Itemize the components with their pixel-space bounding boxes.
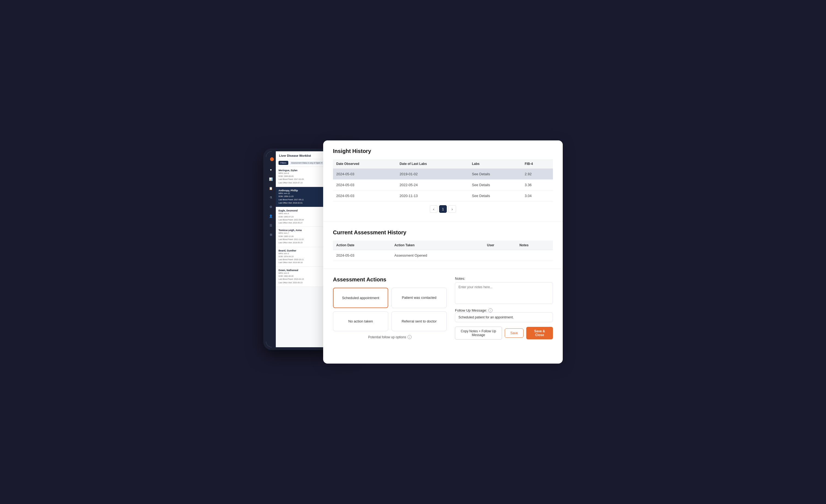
actions-right: Notes: Follow Up Message: i Scheduled pa…	[455, 276, 553, 339]
col-fib4: FIB-4	[521, 159, 553, 169]
action-buttons: Copy Notes + Follow Up Message Save Save…	[455, 327, 553, 339]
notes-label: Notes:	[455, 276, 553, 280]
sidebar-icon-heart[interactable]: ♥	[268, 167, 274, 173]
save-close-button[interactable]: Save & Close	[526, 327, 553, 339]
prev-page-button[interactable]: ‹	[430, 205, 437, 213]
col-date-observed: Date Observed	[333, 159, 396, 169]
cell-fib4: 2.92	[521, 169, 553, 180]
filter-button[interactable]: Filters	[279, 161, 288, 165]
follow-up-message-value: Scheduled patient for an appointment.	[455, 312, 553, 322]
main-panel: Insight History Date Observed Date of La…	[323, 140, 563, 364]
pagination: ‹ 1 ›	[333, 201, 553, 214]
notes-section: Notes:	[455, 276, 553, 305]
action-card-scheduled-label: Scheduled appointment	[342, 296, 379, 300]
follow-up-message-section: Follow Up Message: i Scheduled patient f…	[455, 308, 553, 322]
col-labs: Labs	[469, 159, 522, 169]
cell-labs: See Details	[469, 190, 522, 201]
action-card-referral[interactable]: Referral sent to doctor	[392, 311, 447, 331]
insight-history-table: Date Observed Date of Last Labs Labs FIB…	[333, 159, 553, 201]
page-1-button[interactable]: 1	[439, 205, 447, 213]
cell-date-observed: 2024-05-03	[333, 190, 396, 201]
col-action-taken: Action Taken	[391, 241, 483, 250]
sidebar-icons: ♥ 📊 📋 ⚗ ⚙ 👤 ☰ ⊞	[266, 151, 276, 347]
actions-grid: Scheduled appointment Patient was contac…	[333, 288, 447, 331]
cell-date-observed: 2024-05-03	[333, 169, 396, 180]
save-button[interactable]: Save	[505, 328, 524, 338]
follow-up-options: Potential follow up options i	[333, 335, 447, 339]
cell-notes	[516, 250, 553, 261]
info-icon: i	[408, 335, 412, 339]
actions-left: Assessment Actions Scheduled appointment…	[333, 276, 447, 339]
sidebar-icon-list[interactable]: ☰	[268, 223, 274, 228]
cell-date-last-labs: 2019-01-02	[396, 169, 469, 180]
logo-icon	[270, 157, 274, 161]
cell-date-observed: 2024-05-03	[333, 180, 396, 190]
follow-up-info-icon: i	[488, 308, 492, 312]
col-date-last-labs: Date of Last Labs	[396, 159, 469, 169]
table-row[interactable]: 2024-05-03 2020-11-13 See Details 3.04	[333, 190, 553, 201]
cell-fib4: 3.04	[521, 190, 553, 201]
action-card-referral-label: Referral sent to doctor	[402, 319, 437, 323]
action-card-scheduled[interactable]: Scheduled appointment	[333, 288, 388, 308]
assessment-actions-title: Assessment Actions	[333, 276, 447, 283]
sidebar-icon-settings[interactable]: ⚙	[268, 204, 274, 209]
follow-up-message-label: Follow Up Message: i	[455, 308, 553, 312]
assessment-history-table: Action Date Action Taken User Notes 2024…	[333, 241, 553, 261]
action-card-no-action[interactable]: No action taken	[333, 311, 388, 331]
insight-history-title: Insight History	[333, 148, 553, 154]
action-card-contacted-label: Patient was contacted	[402, 296, 436, 300]
action-card-contacted[interactable]: Patient was contacted	[392, 288, 447, 308]
sidebar-icon-clipboard[interactable]: 📋	[268, 186, 274, 191]
cell-labs: See Details	[469, 169, 522, 180]
sidebar-icon-grid[interactable]: ⊞	[268, 232, 274, 237]
table-row[interactable]: 2024-05-03 Assessment Opened	[333, 250, 553, 261]
insight-history-section: Insight History Date Observed Date of La…	[323, 140, 563, 222]
filter-tag[interactable]: Assessment Status is any of Open ✕	[290, 162, 324, 165]
sidebar-icon-flask[interactable]: ⚗	[268, 195, 274, 200]
cell-action-taken: Assessment Opened	[391, 250, 483, 261]
cell-user	[484, 250, 516, 261]
col-user: User	[484, 241, 516, 250]
cell-fib4: 3.36	[521, 180, 553, 190]
cell-action-date: 2024-05-03	[333, 250, 391, 261]
copy-notes-button[interactable]: Copy Notes + Follow Up Message	[455, 327, 502, 339]
sidebar-icon-chart[interactable]: 📊	[268, 176, 274, 182]
cell-date-last-labs: 2020-11-13	[396, 190, 469, 201]
col-action-date: Action Date	[333, 241, 391, 250]
table-row[interactable]: 2024-05-03 2019-01-02 See Details 2.92	[333, 169, 553, 180]
assessment-history-section: Current Assessment History Action Date A…	[323, 222, 563, 269]
cell-date-last-labs: 2022-05-24	[396, 180, 469, 190]
action-card-no-action-label: No action taken	[348, 319, 373, 323]
assessment-history-title: Current Assessment History	[333, 230, 553, 236]
table-row[interactable]: 2024-05-03 2022-05-24 See Details 3.36	[333, 180, 553, 190]
follow-up-options-label: Potential follow up options	[368, 335, 406, 339]
col-notes: Notes	[516, 241, 553, 250]
assessment-actions-section: Assessment Actions Scheduled appointment…	[323, 269, 563, 347]
notes-textarea[interactable]	[455, 282, 553, 304]
next-page-button[interactable]: ›	[449, 205, 456, 213]
cell-labs: See Details	[469, 180, 522, 190]
sidebar-icon-person[interactable]: 👤	[268, 213, 274, 219]
